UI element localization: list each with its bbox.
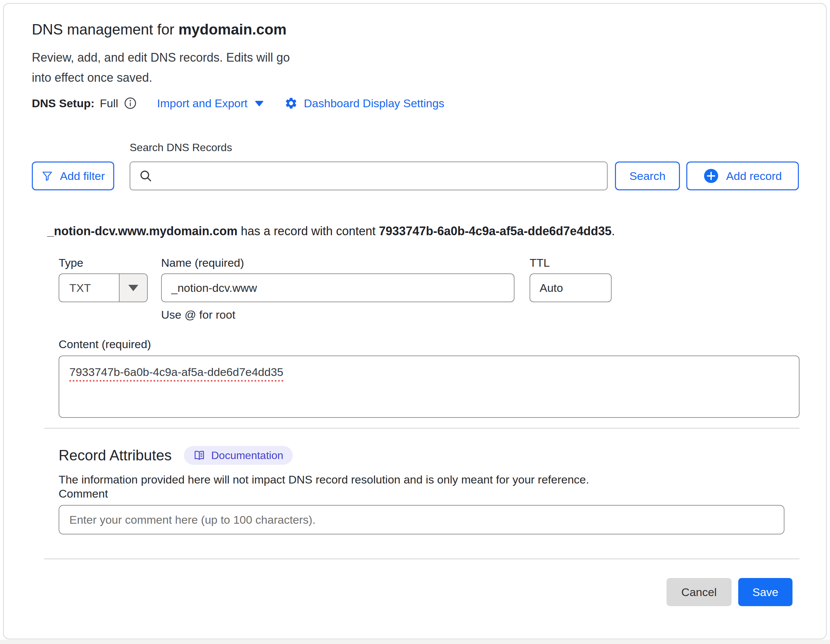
filter-funnel-icon [41,170,53,182]
page-title-prefix: DNS management for [32,21,179,38]
chevron-down-icon [119,274,147,301]
dns-setup-row: DNS Setup: Full Import and Export [32,95,803,111]
add-record-button[interactable]: Add record [686,162,799,190]
name-label: Name (required) [161,256,515,270]
name-helper-text: Use @ for root [161,308,515,321]
dns-setup-label: DNS Setup: [32,97,95,110]
search-button-label: Search [629,170,665,182]
documentation-badge[interactable]: Documentation [184,446,293,465]
plus-circle-icon [703,168,719,184]
content-textarea[interactable]: 7933747b-6a0b-4c9a-af5a-dde6d7e4dd35 [59,355,800,418]
import-export-label: Import and Export [157,97,247,110]
chevron-down-icon [591,274,602,301]
gear-icon [284,97,298,110]
name-input[interactable] [161,273,515,302]
content-block: Content (required) 7933747b-6a0b-4c9a-af… [59,338,803,418]
record-attributes-title: Record Attributes [59,446,172,465]
search-button[interactable]: Search [615,162,680,190]
import-export-link[interactable]: Import and Export [157,97,265,110]
subtitle-line-2: into effect once saved. [32,68,803,88]
ttl-select-value: Auto [540,274,591,301]
add-filter-label: Add filter [60,170,105,182]
search-section: Add filter Search DNS Records Search [32,141,799,190]
record-notice-suffix: . [611,224,615,238]
record-notice-content: 7933747b-6a0b-4c9a-af5a-dde6d7e4dd35 [379,224,611,238]
type-select[interactable]: TXT [59,273,148,302]
comment-label: Comment [59,487,108,500]
search-icon [138,168,153,183]
comment-input[interactable] [59,505,784,535]
cancel-button[interactable]: Cancel [667,578,732,606]
add-record-label: Add record [726,170,782,182]
page-title-domain: mydomain.com [179,21,287,38]
record-attributes-description: The information provided here will not i… [59,472,803,487]
dashboard-display-settings-link[interactable]: Dashboard Display Settings [284,97,445,110]
search-dns-records-input[interactable] [130,162,608,190]
save-button[interactable]: Save [738,578,792,606]
content-value: 7933747b-6a0b-4c9a-af5a-dde6d7e4dd35 [69,366,284,378]
record-form-row: Type TXT Name (required) Use @ for root … [59,256,803,321]
info-circle-icon[interactable] [124,97,137,110]
type-select-value: TXT [59,274,119,301]
book-open-icon [193,449,205,462]
section-divider [44,428,800,428]
page-background-strip [0,640,830,644]
ttl-label: TTL [529,256,611,270]
search-dns-records-label: Search DNS Records [130,141,608,154]
content-label: Content (required) [59,338,803,351]
footer-divider [44,558,800,559]
documentation-label: Documentation [211,449,284,462]
record-notice-name: _notion-dcv.www.mydomain.com [47,224,238,238]
record-notice: _notion-dcv.www.mydomain.com has a recor… [47,224,803,239]
add-filter-button[interactable]: Add filter [32,162,114,190]
record-notice-middle: has a record with content [238,224,379,238]
ttl-select[interactable]: Auto [529,273,611,302]
caret-down-icon [253,97,265,109]
subtitle-line-1: Review, add, and edit DNS records. Edits… [32,48,803,68]
page-subtitle: Review, add, and edit DNS records. Edits… [32,48,803,88]
type-label: Type [59,256,148,270]
dashboard-display-settings-label: Dashboard Display Settings [304,97,445,110]
footer-actions: Cancel Save [32,578,800,606]
record-attributes-header: Record Attributes Documentation [59,446,803,465]
dns-management-panel: DNS management for mydomain.com Review, … [3,3,827,639]
page-title: DNS management for mydomain.com [32,21,803,38]
dns-setup-value: Full [100,97,118,110]
